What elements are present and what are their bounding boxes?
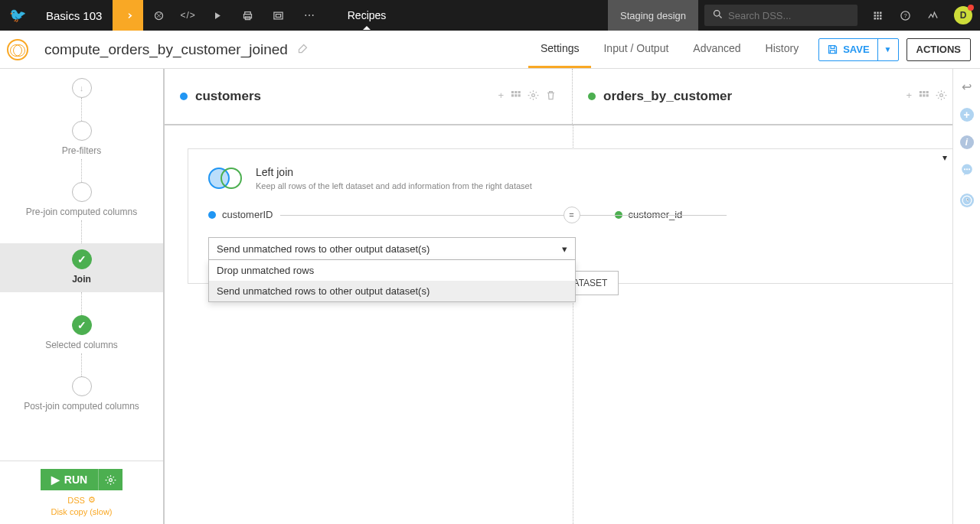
user-avatar[interactable]: D bbox=[954, 6, 972, 24]
header-tabs: Settings Input / Output Advanced History bbox=[528, 31, 811, 68]
back-icon[interactable]: ↩ bbox=[962, 80, 972, 94]
grid-icon[interactable] bbox=[510, 90, 521, 103]
svg-point-10 bbox=[965, 168, 967, 170]
staging-label[interactable]: Staging design bbox=[608, 0, 698, 31]
dataset-dot-icon bbox=[588, 93, 596, 100]
collapse-icon[interactable]: ▾ bbox=[942, 152, 947, 163]
step-join: ✓ bbox=[72, 249, 92, 269]
datasets-header: customers + orders_by_customer + bbox=[165, 69, 980, 125]
recipe-icon bbox=[0, 39, 35, 60]
step-start[interactable]: ↓ bbox=[72, 78, 92, 98]
unmatched-select[interactable]: Send unmatched rows to other output data… bbox=[208, 237, 576, 260]
grid-icon[interactable] bbox=[918, 90, 929, 103]
right-rail: ↩ + i bbox=[952, 69, 980, 524]
join-type-row[interactable]: Left join Keep all rows of the left data… bbox=[188, 166, 956, 190]
play-icon: ▶ bbox=[51, 474, 60, 486]
breadcrumb-recipes[interactable]: Recipes bbox=[334, 9, 400, 21]
bird-icon: 🐦 bbox=[9, 7, 26, 24]
play-icon[interactable] bbox=[202, 0, 233, 31]
save-button[interactable]: SAVE ▼ bbox=[818, 38, 898, 61]
step-selected-columns[interactable]: ✓ bbox=[72, 315, 92, 335]
apps-icon[interactable] bbox=[864, 0, 891, 31]
actions-button[interactable]: ACTIONS bbox=[906, 38, 972, 61]
join-area: ▾ Left join Keep all rows of the left da… bbox=[165, 125, 980, 524]
logo[interactable]: 🐦 bbox=[0, 0, 35, 31]
key-dot-icon bbox=[208, 211, 216, 219]
join-key-row[interactable]: customerID = customer_id bbox=[188, 209, 956, 220]
join-type-title: Left join bbox=[256, 166, 532, 178]
rail-history-icon[interactable] bbox=[960, 194, 974, 207]
step-label: Join bbox=[0, 274, 163, 285]
step-prefilters[interactable] bbox=[72, 121, 92, 141]
save-dropdown-icon[interactable]: ▼ bbox=[878, 45, 898, 54]
search-input[interactable] bbox=[728, 10, 843, 21]
svg-rect-1 bbox=[276, 14, 281, 17]
step-postjoin-columns[interactable] bbox=[72, 376, 92, 396]
layout-icon[interactable] bbox=[263, 0, 294, 31]
rail-add-icon[interactable]: + bbox=[960, 108, 974, 122]
flow-icon[interactable] bbox=[143, 0, 174, 31]
join-card: ▾ Left join Keep all rows of the left da… bbox=[188, 148, 957, 284]
venn-icon bbox=[208, 167, 242, 190]
dataset-dot-icon bbox=[180, 93, 188, 100]
rail-chat-icon[interactable] bbox=[960, 163, 974, 180]
step-label: Pre-filters bbox=[62, 145, 101, 156]
tab-advanced[interactable]: Advanced bbox=[681, 31, 753, 68]
recipe-name: compute_orders_by_customer_joined bbox=[35, 41, 288, 58]
top-bar: 🐦 Basics 103 </> ⋯ Recipes Staging desig… bbox=[0, 0, 980, 31]
step-label: Pre-join computed columns bbox=[26, 207, 137, 217]
tab-input-output[interactable]: Input / Output bbox=[591, 31, 681, 68]
engine-label[interactable]: DSS⚙ bbox=[8, 495, 155, 505]
save-label: SAVE bbox=[843, 44, 869, 55]
print-icon[interactable] bbox=[233, 0, 263, 31]
select-option[interactable]: Drop unmatched rows bbox=[209, 260, 575, 281]
edit-name-icon[interactable] bbox=[297, 43, 309, 57]
select-dropdown: Drop unmatched rows Send unmatched rows … bbox=[208, 260, 576, 302]
tab-history[interactable]: History bbox=[753, 31, 812, 68]
activity-icon[interactable] bbox=[919, 0, 946, 31]
search-box[interactable] bbox=[704, 5, 858, 26]
run-settings-icon[interactable] bbox=[98, 469, 122, 490]
gear-icon[interactable] bbox=[936, 90, 947, 103]
run-panel: ▶RUN DSS⚙ Disk copy (slow) bbox=[0, 461, 163, 524]
gear-icon: ⚙ bbox=[88, 495, 96, 505]
select-option[interactable]: Send unmatched rows to other output data… bbox=[209, 281, 575, 301]
equals-icon: = bbox=[564, 207, 580, 223]
arrow-icon bbox=[122, 10, 134, 21]
svg-point-6 bbox=[532, 94, 535, 97]
run-label: RUN bbox=[64, 474, 87, 486]
svg-point-2 bbox=[714, 11, 720, 17]
recipe-header: compute_orders_by_customer_joined Settin… bbox=[0, 31, 980, 69]
add-icon[interactable]: + bbox=[906, 90, 912, 103]
trash-icon[interactable] bbox=[545, 90, 557, 103]
left-dataset-header: customers + bbox=[165, 69, 573, 124]
left-key-name: customerID bbox=[222, 209, 273, 220]
step-label: Post-join computed columns bbox=[24, 401, 139, 412]
svg-point-7 bbox=[940, 94, 943, 97]
mode-label[interactable]: Disk copy (slow) bbox=[8, 507, 155, 516]
search-icon bbox=[712, 8, 724, 22]
gear-icon[interactable] bbox=[528, 90, 539, 103]
svg-point-11 bbox=[968, 168, 969, 170]
step-prejoin-columns[interactable] bbox=[72, 182, 92, 202]
code-icon[interactable]: </> bbox=[174, 0, 201, 31]
svg-point-5 bbox=[109, 478, 113, 481]
project-name[interactable]: Basics 103 bbox=[35, 9, 113, 22]
svg-text:?: ? bbox=[903, 12, 906, 19]
left-dataset-name: customers bbox=[195, 89, 498, 104]
more-icon[interactable]: ⋯ bbox=[294, 0, 325, 31]
recipe-type-icon[interactable] bbox=[113, 0, 143, 31]
join-icon bbox=[7, 39, 28, 60]
select-current: Send unmatched rows to other output data… bbox=[217, 243, 430, 255]
help-icon[interactable]: ? bbox=[891, 0, 919, 31]
step-join-row[interactable]: ✓ Join bbox=[0, 243, 163, 292]
tab-settings[interactable]: Settings bbox=[528, 31, 592, 68]
main-panel: customers + orders_by_customer + bbox=[165, 69, 980, 524]
run-button[interactable]: ▶RUN bbox=[41, 469, 122, 490]
add-icon[interactable]: + bbox=[498, 90, 504, 103]
right-dataset-name: orders_by_customer bbox=[603, 89, 906, 104]
svg-rect-0 bbox=[274, 12, 283, 19]
chevron-down-icon: ▾ bbox=[562, 243, 567, 255]
join-type-desc: Keep all rows of the left dataset and ad… bbox=[256, 181, 532, 190]
rail-info-icon[interactable]: i bbox=[960, 135, 974, 149]
